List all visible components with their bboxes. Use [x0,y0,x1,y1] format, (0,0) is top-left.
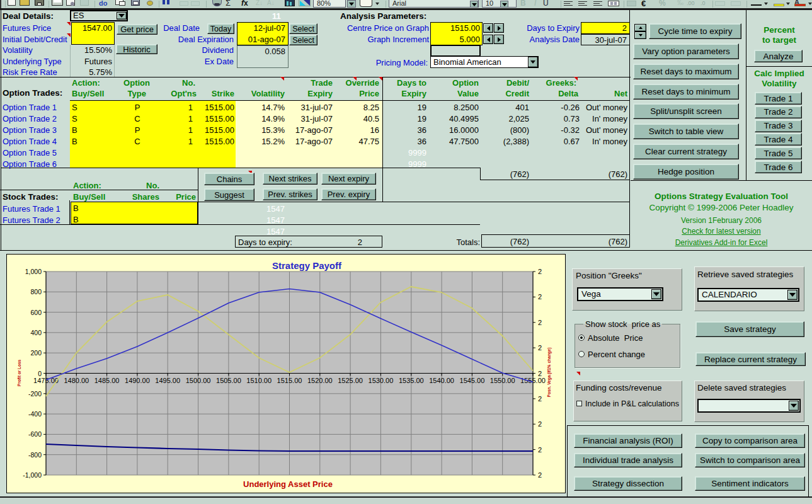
svg-text:2: 2 [538,319,542,326]
svg-text:1500.00: 1500.00 [186,377,211,384]
svg-text:2: 2 [538,344,542,352]
svg-text:1555.00: 1555.00 [520,377,546,384]
svg-text:1495.00: 1495.00 [155,377,180,384]
svg-text:-800: -800 [28,451,42,459]
svg-text:-1,000: -1,000 [23,471,42,479]
svg-text:1,000: 1,000 [25,268,42,275]
svg-text:Profit or Loss: Profit or Loss [17,359,21,386]
svg-text:1540.00: 1540.00 [429,377,454,384]
svg-text:1490.00: 1490.00 [125,377,150,384]
svg-text:Underlying Asset Price: Underlying Asset Price [243,479,333,489]
svg-text:2: 2 [538,471,542,479]
svg-text:-600: -600 [28,430,42,438]
svg-text:-400: -400 [28,410,42,418]
svg-text:Strategy Payoff: Strategy Payoff [272,260,342,271]
svg-text:1520.00: 1520.00 [307,377,333,384]
svg-text:1485.00: 1485.00 [94,377,120,384]
svg-text:800: 800 [30,288,42,295]
svg-text:2: 2 [538,395,542,403]
svg-text:1550.00: 1550.00 [490,377,515,384]
svg-text:Posn. Vega (If1% change): Posn. Vega (If1% change) [547,348,552,398]
svg-text:600: 600 [30,309,42,316]
svg-text:1510.00: 1510.00 [246,377,272,384]
svg-text:2: 2 [538,420,542,428]
svg-text:1530.00: 1530.00 [369,377,394,384]
svg-text:-200: -200 [28,390,42,398]
svg-text:2: 2 [538,268,542,275]
svg-text:1525.00: 1525.00 [338,377,363,384]
svg-text:400: 400 [30,329,42,336]
svg-text:1535.00: 1535.00 [399,377,424,384]
svg-text:1545.00: 1545.00 [460,377,485,384]
svg-text:200: 200 [30,349,42,357]
svg-text:0: 0 [38,370,42,377]
svg-text:2: 2 [538,370,542,377]
svg-text:2: 2 [538,293,542,301]
svg-text:2: 2 [538,446,542,454]
svg-text:1480.00: 1480.00 [64,377,89,384]
svg-text:1505.00: 1505.00 [216,377,241,384]
svg-text:1515.00: 1515.00 [277,377,302,384]
